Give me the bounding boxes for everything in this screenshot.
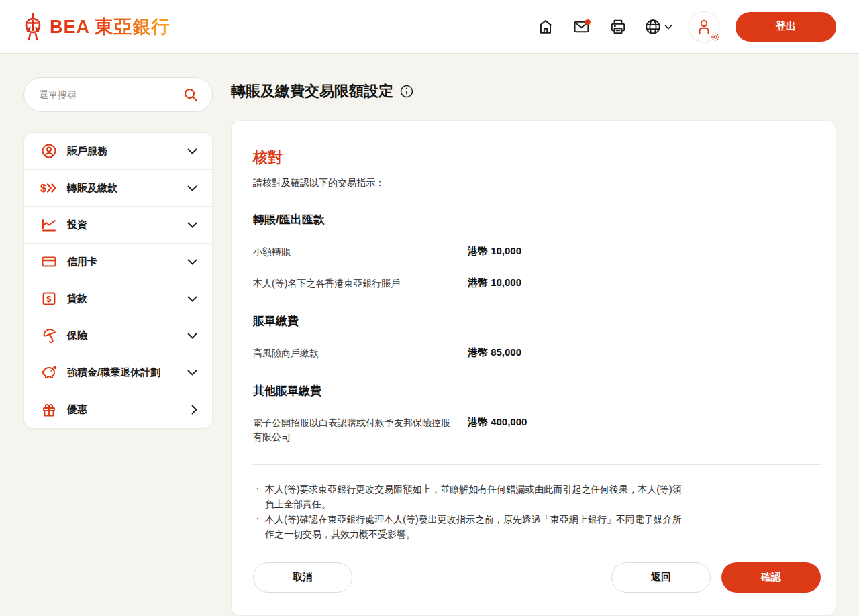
sidebar: 賬戶服務 $ 轉賬及繳款 [23, 77, 213, 616]
sidebar-item-account-services[interactable]: 賬戶服務 [24, 133, 212, 170]
notification-dot [585, 19, 590, 25]
bea-coin-logo-icon [23, 13, 43, 41]
header-actions: 登出 [536, 11, 836, 42]
sidebar-item-label: 賬戶服務 [67, 145, 187, 158]
limit-label: 高風險商戶繳款 [253, 346, 468, 360]
user-avatar[interactable] [689, 11, 719, 42]
sidebar-item-offers[interactable]: 優惠 [24, 391, 212, 428]
mpf-piggy-bank-icon [40, 364, 58, 381]
transfer-dollar-icon: $ [40, 179, 58, 197]
sidebar-item-credit-card[interactable]: 信用卡 [24, 244, 212, 280]
disclaimer-notes: 本人(等)要求東亞銀行更改交易限額如上，並瞭解如有任何錯漏或由此而引起之任何後果… [253, 482, 821, 542]
verify-heading: 核對 [253, 148, 821, 168]
language-selector[interactable] [644, 18, 672, 36]
page-title: 轉賬及繳費交易限額設定 [231, 81, 393, 101]
action-buttons: 取消 返回 確認 [253, 562, 821, 593]
logout-button[interactable]: 登出 [736, 12, 836, 42]
chevron-down-icon [187, 148, 197, 154]
sidebar-item-label: 投資 [67, 219, 187, 232]
sidebar-item-transfers-payments[interactable]: $ 轉賬及繳款 [24, 170, 212, 207]
search-icon[interactable] [183, 87, 199, 103]
bea-logo[interactable]: BEA 東亞銀行 [23, 13, 170, 41]
person-icon [696, 18, 712, 36]
svg-text:$: $ [46, 294, 52, 304]
limit-value: 港幣 10,000 [468, 245, 521, 259]
chevron-right-icon [191, 405, 197, 415]
search-input[interactable] [39, 89, 183, 100]
divider [253, 464, 821, 465]
page-title-row: 轉賬及繳費交易限額設定 [231, 77, 836, 101]
sidebar-item-mpf[interactable]: 強積金/職業退休計劃 [24, 354, 212, 391]
limit-label: 電子公開招股以白表認購或付款予友邦保險控股有限公司 [253, 416, 468, 444]
chevron-down-icon [187, 185, 197, 191]
chevron-down-icon [187, 259, 197, 265]
home-icon[interactable] [536, 17, 556, 37]
credit-card-icon [40, 253, 58, 270]
account-person-circle-icon [40, 142, 58, 160]
limit-row: 電子公開招股以白表認購或付款予友邦保險控股有限公司 港幣 400,000 [253, 416, 821, 444]
limit-value: 港幣 10,000 [468, 276, 521, 291]
limit-value: 港幣 400,000 [468, 416, 527, 444]
sidebar-item-label: 優惠 [67, 403, 191, 416]
disclaimer-note: 本人(等)要求東亞銀行更改交易限額如上，並瞭解如有任何錯漏或由此而引起之任何後果… [253, 482, 689, 511]
limit-value: 港幣 85,000 [468, 346, 521, 360]
loan-dollar-square-icon: $ [40, 290, 58, 307]
chevron-down-icon [664, 24, 672, 30]
sidebar-item-label: 信用卡 [67, 256, 187, 268]
mail-icon[interactable] [572, 17, 592, 37]
back-button[interactable]: 返回 [611, 562, 711, 593]
chevron-down-icon [187, 333, 197, 339]
chevron-down-icon [187, 296, 197, 302]
offers-gift-icon [40, 401, 58, 419]
limit-label: 本人(等)名下之各香港東亞銀行賬戶 [253, 276, 468, 291]
sidebar-item-investment[interactable]: 投資 [24, 207, 212, 244]
sidebar-menu: 賬戶服務 $ 轉賬及繳款 [23, 132, 213, 429]
section-title-other-bill-payment: 其他賬單繳費 [253, 383, 821, 399]
disclaimer-note: 本人(等)確認在東亞銀行處理本人(等)發出更改指示之前，原先透過「東亞網上銀行」… [253, 513, 689, 542]
cancel-button[interactable]: 取消 [253, 562, 352, 593]
settings-gear-icon [709, 31, 721, 43]
verify-card: 核對 請核對及確認以下的交易指示： 轉賬/匯出匯款 小額轉賬 港幣 10,000… [231, 120, 836, 616]
limit-label: 小額轉賬 [253, 245, 468, 259]
chevron-down-icon [187, 222, 197, 228]
printer-icon[interactable] [608, 17, 628, 37]
verify-intro: 請核對及確認以下的交易指示： [253, 177, 821, 189]
top-header: BEA 東亞銀行 [0, 0, 859, 54]
svg-text:$: $ [40, 183, 46, 194]
section-title-transfer: 轉賬/匯出匯款 [253, 212, 821, 227]
globe-icon [644, 18, 662, 36]
info-icon[interactable] [400, 85, 413, 98]
limit-row: 小額轉賬 港幣 10,000 [253, 245, 821, 259]
sidebar-item-insurance[interactable]: 保險 [24, 317, 212, 354]
main-content: 轉賬及繳費交易限額設定 核對 請核對及確認以下的交易指示： 轉賬/匯出匯款 小額… [231, 77, 836, 616]
sidebar-item-label: 轉賬及繳款 [67, 182, 187, 195]
sidebar-item-loans[interactable]: $ 貸款 [24, 280, 212, 317]
sidebar-item-label: 強積金/職業退休計劃 [67, 366, 187, 379]
investment-chart-icon [40, 216, 58, 234]
insurance-umbrella-icon [40, 327, 58, 344]
limit-row: 高風險商戶繳款 港幣 85,000 [253, 346, 821, 360]
chevron-down-icon [187, 370, 197, 376]
confirm-button[interactable]: 確認 [721, 562, 821, 593]
sidebar-item-label: 保險 [67, 329, 187, 342]
page-body: 賬戶服務 $ 轉賬及繳款 [0, 54, 859, 616]
sidebar-item-label: 貸款 [67, 293, 187, 305]
limit-row: 本人(等)名下之各香港東亞銀行賬戶 港幣 10,000 [253, 276, 821, 291]
brand-wordmark: BEA 東亞銀行 [50, 15, 170, 39]
menu-search-box[interactable] [23, 77, 213, 112]
section-title-bill-payment: 賬單繳費 [253, 313, 821, 329]
